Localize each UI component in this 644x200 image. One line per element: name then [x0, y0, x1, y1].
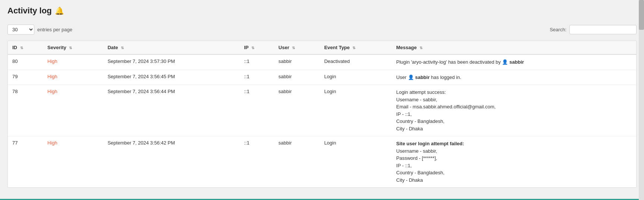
- table-row: 78HighSeptember 7, 2024 3:56:44 PM::1sab…: [8, 85, 636, 136]
- cell-id: 78: [8, 85, 43, 136]
- cell-severity: High: [43, 54, 103, 70]
- sort-icon-date: ⇅: [121, 46, 124, 50]
- sort-icon-message: ⇅: [420, 46, 422, 50]
- col-date[interactable]: Date ⇅: [103, 41, 239, 54]
- col-severity[interactable]: Severity ⇅: [43, 41, 103, 54]
- cell-user: sabbir: [274, 54, 320, 70]
- entries-label: entries per page: [37, 27, 72, 32]
- cell-user: sabbir: [274, 85, 320, 136]
- cell-ip: ::1: [239, 136, 274, 188]
- scrollbar-thumb[interactable]: [639, 0, 644, 30]
- table-row: 77HighSeptember 7, 2024 3:56:42 PM::1sab…: [8, 136, 636, 188]
- page-title: Activity log: [7, 6, 52, 16]
- cell-message: Login attempt success:Username - sabbir,…: [392, 85, 636, 136]
- sort-icon-ip: ⇅: [251, 46, 254, 50]
- search-input[interactable]: [569, 25, 637, 34]
- cell-id: 80: [8, 54, 43, 70]
- sort-icon-event-type: ⇅: [352, 46, 355, 50]
- sort-icon-id: ⇅: [20, 46, 23, 50]
- cell-ip: ::1: [239, 85, 274, 136]
- cell-event-type: Login: [320, 70, 392, 85]
- scrollbar[interactable]: [639, 0, 644, 200]
- cell-severity: High: [43, 70, 103, 85]
- cell-event-type: Deactivated: [320, 54, 392, 70]
- table-row: 79HighSeptember 7, 2024 3:56:45 PM::1sab…: [8, 70, 636, 85]
- cell-message: Plugin 'aryo-activity-log' has been deac…: [392, 54, 636, 70]
- cell-message: User 👤 sabbir has logged in.: [392, 70, 636, 85]
- cell-severity: High: [43, 136, 103, 188]
- cell-date: September 7, 2024 3:56:44 PM: [103, 85, 239, 136]
- col-id[interactable]: ID ⇅: [8, 41, 43, 54]
- cell-date: September 7, 2024 3:56:45 PM: [103, 70, 239, 85]
- cell-ip: ::1: [239, 54, 274, 70]
- entries-per-page-select[interactable]: 30 10 25 50 100: [7, 25, 34, 35]
- cell-event-type: Login: [320, 136, 392, 188]
- table-row: 80HighSeptember 7, 2024 3:57:30 PM::1sab…: [8, 54, 636, 70]
- sort-icon-severity: ⇅: [69, 46, 72, 50]
- bell-icon: 🔔: [55, 6, 64, 15]
- cell-user: sabbir: [274, 136, 320, 188]
- cell-id: 77: [8, 136, 43, 188]
- col-ip[interactable]: IP ⇅: [239, 41, 274, 54]
- cell-severity: High: [43, 85, 103, 136]
- col-event-type[interactable]: Event Type ⇅: [320, 41, 392, 54]
- cell-id: 79: [8, 70, 43, 85]
- search-label: Search:: [550, 27, 566, 32]
- cell-user: sabbir: [274, 70, 320, 85]
- cell-date: September 7, 2024 3:56:42 PM: [103, 136, 239, 188]
- cell-event-type: Login: [320, 85, 392, 136]
- col-user[interactable]: User ⇅: [274, 41, 320, 54]
- cell-date: September 7, 2024 3:57:30 PM: [103, 54, 239, 70]
- activity-log-table: ID ⇅ Severity ⇅ Date ⇅ IP ⇅: [7, 41, 637, 188]
- table-header-row: ID ⇅ Severity ⇅ Date ⇅ IP ⇅: [8, 41, 636, 54]
- cell-message: Site user login attempt failed:Username …: [392, 136, 636, 188]
- sort-icon-user: ⇅: [292, 46, 295, 50]
- cell-ip: ::1: [239, 70, 274, 85]
- col-message[interactable]: Message ⇅: [392, 41, 636, 54]
